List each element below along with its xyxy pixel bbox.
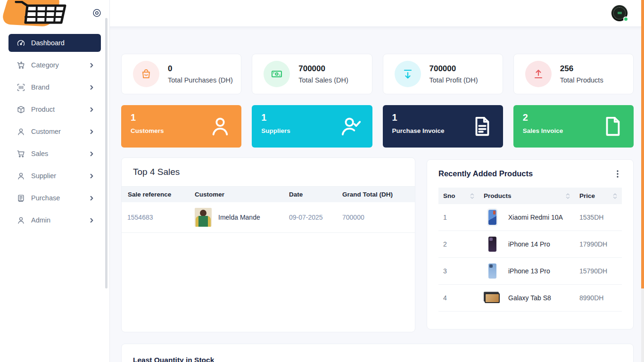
- stat-value: 700000: [429, 64, 478, 74]
- main-area: 0 Total Purchases (DH) 700000 Total Sale…: [110, 0, 644, 362]
- stat-value: 0: [168, 64, 233, 74]
- sidebar-item-dashboard[interactable]: Dashboard: [8, 34, 101, 52]
- column-header-date[interactable]: Date: [283, 187, 337, 202]
- sidebar-item-label: Brand: [31, 83, 89, 91]
- stat-label: Total Profit (DH): [429, 76, 478, 84]
- stat-value: 700000: [298, 64, 348, 74]
- column-header-products[interactable]: Products: [479, 188, 575, 204]
- chevron-right-icon: [89, 107, 94, 112]
- column-header-grand-total[interactable]: Grand Total (DH): [337, 187, 415, 202]
- table-row[interactable]: 4 Galaxy Tab S8 8990DH: [438, 285, 622, 312]
- sidebar-item-label: Customer: [31, 128, 89, 135]
- least-stock-card: Least Quantity in Stock: [121, 344, 634, 362]
- counter-card-suppliers[interactable]: 1 Suppliers: [252, 105, 372, 148]
- price-cell: 8990DH: [575, 285, 622, 312]
- stats-row: 0 Total Purchases (DH) 700000 Total Sale…: [121, 54, 634, 94]
- top-sales-title: Top 4 Sales: [133, 167, 180, 177]
- customer-cell: Imelda Mande: [195, 208, 278, 227]
- product-thumbnail: [484, 208, 501, 227]
- sidebar-toggle-icon[interactable]: [93, 9, 101, 17]
- stat-icon-circle: [525, 61, 552, 87]
- cash-icon: [271, 68, 282, 80]
- counter-row: 1 Customers 1 Suppliers 1 Purchase Invoi…: [121, 105, 634, 148]
- table-row[interactable]: 1554683 Imelda Mande 09-07-2025 700000: [122, 202, 415, 233]
- recent-products-header: Recently Added Products: [438, 169, 622, 178]
- stat-value: 256: [560, 64, 603, 74]
- stat-label: Total Products: [560, 76, 603, 84]
- counter-card-purchase-invoice[interactable]: 1 Purchase Invoice: [383, 105, 503, 148]
- product-name: Xiaomi Redmi 10A: [508, 214, 563, 221]
- recent-products-card: Recently Added Products Sno: [427, 159, 634, 329]
- sidebar-item-customer[interactable]: Customer: [8, 123, 101, 140]
- user-avatar[interactable]: [611, 5, 627, 21]
- product-name: Galaxy Tab S8: [508, 294, 551, 302]
- sidebar-item-category[interactable]: Category: [8, 56, 101, 74]
- sidebar-item-label: Purchase: [31, 194, 89, 202]
- column-header-customer[interactable]: Customer: [189, 187, 283, 202]
- upc-scan-icon: [17, 83, 25, 91]
- logo-area: [0, 0, 109, 26]
- sidebar-menu: Dashboard Category Brand: [0, 26, 109, 229]
- grand-total-cell: 700000: [337, 202, 415, 233]
- sort-icon: [613, 193, 617, 199]
- chevron-right-icon: [89, 173, 94, 179]
- sidebar-item-product[interactable]: Product: [8, 100, 101, 118]
- chevron-right-icon: [89, 218, 94, 223]
- sidebar-item-supplier[interactable]: Supplier: [8, 167, 101, 185]
- stat-icon-circle: [133, 61, 159, 87]
- product-cell: Galaxy Tab S8: [484, 288, 570, 307]
- column-header-sno[interactable]: Sno: [438, 188, 479, 204]
- stat-icon-circle: [264, 61, 290, 87]
- stat-card-total-products: 256 Total Products: [513, 54, 634, 94]
- product-cell: iPhone 14 Pro: [484, 235, 570, 254]
- table-row[interactable]: 3 iPhone 13 Pro 15790DH: [438, 258, 622, 285]
- chevron-right-icon: [89, 129, 94, 134]
- sidebar: Dashboard Category Brand: [0, 0, 110, 362]
- arrow-bar-down-icon: [402, 68, 413, 80]
- person-icon: [209, 115, 231, 137]
- sale-date-cell: 09-07-2025: [283, 202, 337, 233]
- column-header-sale-reference[interactable]: Sale reference: [122, 187, 189, 202]
- stat-card-total-sales: 700000 Total Sales (DH): [252, 54, 372, 94]
- top-sales-card: Top 4 Sales Sale reference Customer Date…: [121, 157, 415, 332]
- chevron-right-icon: [89, 63, 94, 68]
- topbar: [110, 0, 644, 26]
- person-icon: [17, 216, 25, 224]
- stat-card-total-purchases: 0 Total Purchases (DH): [121, 54, 241, 94]
- stat-label: Total Sales (DH): [298, 76, 348, 84]
- chevron-right-icon: [89, 196, 94, 201]
- shopping-bag-icon: [140, 68, 152, 80]
- counter-card-customers[interactable]: 1 Customers: [121, 105, 241, 148]
- price-cell: 15790DH: [575, 258, 622, 285]
- app-window: Dashboard Category Brand: [0, 0, 644, 362]
- product-thumbnail: [484, 235, 501, 254]
- receipt-icon: [17, 194, 25, 202]
- counter-card-sales-invoice[interactable]: 2 Sales Invoice: [513, 105, 634, 148]
- sidebar-item-label: Admin: [31, 216, 89, 224]
- table-row[interactable]: 1 Xiaomi Redmi 10A 1535DH: [438, 204, 622, 231]
- kebab-menu-icon[interactable]: [613, 170, 622, 178]
- column-header-price[interactable]: Price: [575, 188, 622, 204]
- sidebar-item-admin[interactable]: Admin: [8, 211, 101, 229]
- customer-photo: [195, 208, 212, 227]
- sidebar-item-sales[interactable]: Sales: [8, 145, 101, 163]
- product-name: iPhone 14 Pro: [508, 240, 550, 248]
- page-scrollbar-thumb[interactable]: [641, 0, 644, 288]
- page-scrollbar-track[interactable]: [641, 0, 644, 362]
- product-thumbnail: [484, 288, 501, 307]
- sidebar-item-brand[interactable]: Brand: [8, 78, 101, 96]
- sidebar-item-label: Dashboard: [31, 39, 94, 47]
- sno-cell: 4: [438, 285, 479, 312]
- recent-products-title: Recently Added Products: [438, 169, 533, 178]
- file-blank-icon: [602, 115, 623, 137]
- stat-card-total-profit: 700000 Total Profit (DH): [383, 54, 503, 94]
- sidebar-item-label: Sales: [31, 150, 89, 157]
- sidebar-scrollbar[interactable]: [105, 18, 107, 288]
- table-row[interactable]: 2 iPhone 14 Pro 17990DH: [438, 231, 622, 258]
- sort-icon: [470, 193, 474, 199]
- sno-cell: 3: [438, 258, 479, 285]
- sidebar-item-purchase[interactable]: Purchase: [8, 189, 101, 207]
- tables-row: Top 4 Sales Sale reference Customer Date…: [121, 157, 634, 332]
- sidebar-item-label: Supplier: [31, 172, 89, 180]
- product-cell: iPhone 13 Pro: [484, 262, 570, 280]
